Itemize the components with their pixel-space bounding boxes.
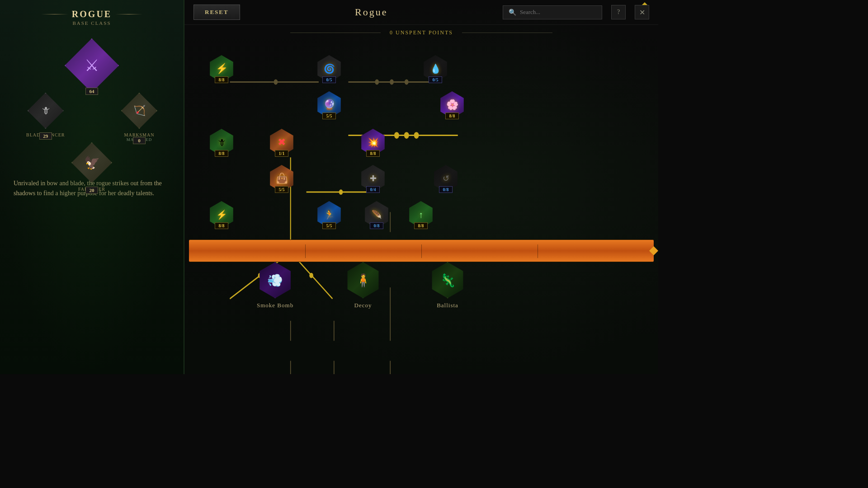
hex-icon-arrows: ⚡ 8/8 — [208, 55, 235, 82]
bloom-count: 8/8 — [445, 113, 459, 119]
falconer-level: 20 — [85, 187, 98, 194]
close-button[interactable]: ✕ — [635, 5, 649, 19]
top-bar: RESET Rogue 🔍 ? ✕ — [184, 0, 658, 25]
main-class-diamond[interactable]: ⚔ 64 — [65, 38, 119, 93]
cycle-count: 0/8 — [439, 186, 453, 193]
class-title: ROGUE BASE CLASS — [41, 9, 142, 26]
search-bar[interactable]: 🔍 — [503, 5, 602, 19]
skill-node-runner[interactable]: 🏃 5/5 — [316, 201, 343, 228]
main-class-icon: ⚔ — [65, 38, 119, 93]
up-count: 8/8 — [414, 222, 428, 229]
hex-icon-leaf: 🗡 8/8 — [208, 129, 235, 156]
skill-node-cross[interactable]: ✖ 1/1 — [268, 129, 295, 156]
svg-point-7 — [394, 132, 399, 139]
falconer-icon: 🦅 — [71, 142, 112, 183]
hex-icon-cycle: ↺ 0/8 — [432, 165, 459, 192]
window-title: Rogue — [249, 6, 494, 18]
tick-1 — [305, 244, 306, 258]
hex-icon-cross: ✖ 1/1 — [268, 129, 295, 156]
marksman-icon: 🏹 — [121, 93, 157, 129]
drop-count: 0/5 — [429, 76, 442, 83]
leaf-count: 8/8 — [215, 150, 228, 157]
subclass-ballista[interactable]: 🦎 Ballista — [429, 262, 466, 309]
hex-icon-heal: ✚ 0/4 — [359, 165, 387, 192]
smoke-bomb-hex: 💨 — [257, 262, 293, 298]
bloom-icon: 🌸 — [446, 99, 458, 111]
hex-icon-drop: 💧 0/5 — [422, 55, 449, 82]
smoke-bomb-label: Smoke Bomb — [257, 302, 293, 309]
skill-node-leaf[interactable]: 🗡 8/8 — [208, 129, 235, 156]
skill-node-bloom[interactable]: 🌸 8/8 — [439, 91, 466, 118]
smoke-bomb-icon: 💨 — [267, 273, 283, 288]
burst-icon: 💥 — [368, 137, 379, 148]
reset-button[interactable]: RESET — [193, 5, 240, 20]
bladedancer-level: 29 — [39, 132, 52, 140]
bladedancer-icon: 🗡 — [28, 93, 64, 129]
speed-icon: ⚡ — [216, 209, 227, 220]
skill-tree: ⚡ 8/8 🌀 0/5 💧 0/5 — [184, 41, 658, 374]
heal-icon: ✚ — [370, 174, 377, 183]
progress-end-marker — [649, 246, 658, 255]
hex-icon-burst: 💥 8/8 — [359, 129, 387, 156]
hex-icon-speed: ⚡ 8/8 — [208, 201, 235, 228]
ballista-icon: 🦎 — [440, 273, 456, 288]
hex-icon-runner: 🏃 5/5 — [316, 201, 343, 228]
skill-node-heal[interactable]: ✚ 0/4 — [359, 165, 387, 192]
bag-count: 5/5 — [275, 186, 288, 193]
skill-node-arrows[interactable]: ⚡ 8/8 — [208, 55, 235, 82]
heal-count: 0/4 — [366, 186, 380, 193]
swirl-count: 0/5 — [322, 76, 336, 83]
drop-icon: 💧 — [430, 63, 441, 74]
search-input[interactable] — [520, 9, 596, 16]
skill-node-drop[interactable]: 💧 0/5 — [422, 55, 449, 82]
help-button[interactable]: ? — [611, 5, 626, 19]
ballista-hex: 🦎 — [429, 262, 466, 298]
hex-icon-bag: 👜 5/5 — [268, 165, 295, 192]
hex-icon-up: ↑ 8/8 — [407, 201, 434, 228]
tick-3 — [538, 244, 538, 258]
search-icon: 🔍 — [509, 9, 516, 16]
feathers-count: 0/8 — [370, 222, 383, 229]
skill-node-swirl[interactable]: 🌀 0/5 — [316, 55, 343, 82]
tick-2 — [421, 244, 422, 258]
marksman-diamond[interactable]: 🏹 0 MARKSMAN MASTERED — [121, 93, 157, 142]
skill-node-speed[interactable]: ⚡ 8/8 — [208, 201, 235, 228]
svg-point-5 — [405, 80, 409, 85]
skill-node-bag[interactable]: 👜 5/5 — [268, 165, 295, 192]
svg-point-3 — [375, 80, 379, 85]
orb-count: 5/5 — [322, 113, 336, 119]
skill-node-burst[interactable]: 💥 8/8 — [359, 129, 387, 156]
subclass-decoy[interactable]: 🧍 Decoy — [345, 262, 381, 309]
decoy-label: Decoy — [354, 302, 372, 309]
swirl-icon: 🌀 — [324, 63, 335, 74]
right-panel: RESET Rogue 🔍 ? ✕ 0 UNSPENT POINTS — [184, 0, 658, 374]
falconer-diamond[interactable]: 🦅 20 FALCONER — [71, 142, 112, 192]
arrows-count: 8/8 — [215, 76, 228, 83]
decoy-icon: 🧍 — [355, 273, 371, 288]
subclass-smoke-bomb[interactable]: 💨 Smoke Bomb — [257, 262, 293, 309]
arrows-icon: ⚡ — [216, 63, 228, 75]
progress-bar — [189, 239, 654, 262]
up-icon: ↑ — [419, 210, 423, 220]
leaf-icon: 🗡 — [217, 137, 226, 148]
unspent-line-right — [462, 33, 552, 33]
burst-count: 8/8 — [366, 150, 380, 157]
runner-icon: 🏃 — [324, 209, 335, 220]
hex-icon-orb: 🔮 5/5 — [316, 91, 343, 118]
bladedancer-diamond[interactable]: 🗡 29 BLADEDANCER — [26, 93, 65, 137]
svg-point-8 — [404, 132, 409, 139]
runner-count: 5/5 — [322, 222, 336, 229]
skill-node-cycle[interactable]: ↺ 0/8 — [432, 165, 459, 192]
skill-node-orb[interactable]: 🔮 5/5 — [316, 91, 343, 118]
skill-node-up[interactable]: ↑ 8/8 — [407, 201, 434, 228]
svg-point-1 — [274, 80, 278, 85]
hex-icon-feathers: 🪶 0/8 — [363, 201, 390, 228]
class-name: ROGUE — [72, 9, 112, 19]
class-icon-cluster: ⚔ 64 🗡 29 BLADEDANCER 🏹 0 MARKSMAN MASTE… — [19, 34, 164, 169]
bag-icon: 👜 — [276, 173, 288, 184]
svg-point-4 — [390, 80, 394, 85]
feathers-icon: 🪶 — [372, 210, 382, 220]
skill-node-feathers[interactable]: 🪶 0/8 — [363, 201, 390, 228]
hex-icon-swirl: 🌀 0/5 — [316, 55, 343, 82]
svg-point-16 — [309, 273, 313, 278]
